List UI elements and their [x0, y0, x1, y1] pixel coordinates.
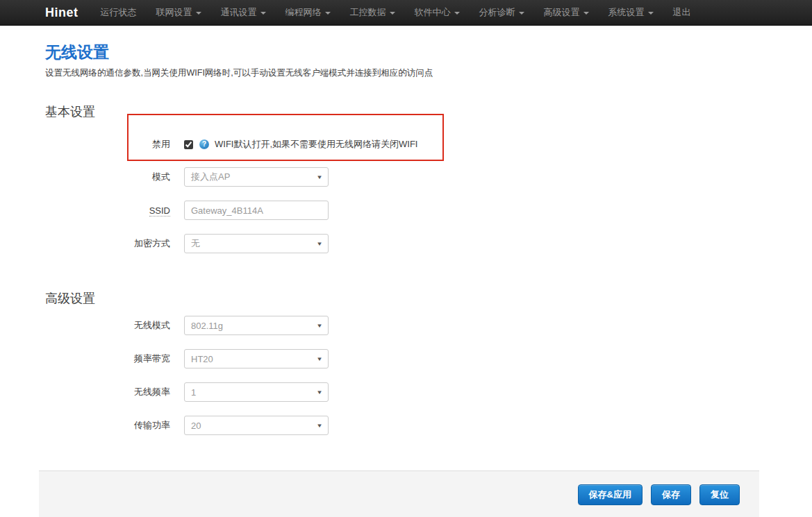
chevron-down-icon [454, 12, 460, 15]
mode-select-value: 接入点AP [191, 171, 230, 183]
disable-help-text: WIFI默认打开,如果不需要使用无线网络请关闭WIFI [215, 138, 417, 151]
nav-item-running-status[interactable]: 运行状态 [91, 0, 147, 26]
nav-item-programming-network[interactable]: 编程网络 [276, 0, 340, 26]
tx-power-select[interactable]: 20 ▼ [184, 416, 329, 435]
form-row-disable: 禁用 ? WIFI默认打开,如果不需要使用无线网络请关闭WIFI [45, 135, 812, 154]
wireless-mode-select-value: 802.11g [191, 321, 223, 331]
channel-select-value: 1 [191, 387, 196, 398]
nav-item-label: 分析诊断 [479, 6, 515, 19]
channel-select[interactable]: 1 ▼ [184, 382, 329, 402]
chevron-down-icon [519, 12, 524, 15]
form-row-encryption: 加密方式 无 ▼ [45, 234, 812, 253]
reset-button[interactable]: 复位 [699, 484, 740, 505]
top-navbar: Hinet 运行状态 联网设置 通讯设置 编程网络 工控数据 软件中心 分析诊断… [0, 0, 812, 26]
ssid-label: SSID [45, 205, 170, 216]
chevron-down-icon: ▼ [316, 241, 323, 247]
nav-item-software-center[interactable]: 软件中心 [405, 0, 470, 26]
form-row-channel: 无线频率 1 ▼ [45, 382, 812, 402]
nav-item-label: 软件中心 [415, 6, 451, 19]
chevron-down-icon: ▼ [316, 174, 323, 180]
nav-item-system-settings[interactable]: 系统设置 [599, 0, 663, 26]
nav-item-label: 通讯设置 [221, 6, 257, 19]
chevron-down-icon [260, 12, 266, 15]
nav-item-label: 退出 [673, 6, 691, 19]
save-apply-button[interactable]: 保存&应用 [578, 484, 643, 505]
tx-power-select-value: 20 [191, 421, 201, 431]
nav-item-analysis-diagnosis[interactable]: 分析诊断 [470, 0, 534, 26]
disable-checkbox[interactable] [184, 140, 193, 149]
form-row-ssid: SSID [45, 201, 812, 220]
ssid-label-text: SSID [149, 205, 170, 217]
action-footer: 保存&应用 保存 复位 [39, 471, 759, 517]
mode-label: 模式 [45, 171, 170, 183]
encryption-label: 加密方式 [45, 237, 170, 250]
section-heading-advanced: 高级设置 [45, 291, 812, 306]
encryption-select[interactable]: 无 ▼ [184, 234, 329, 253]
question-circle-icon[interactable]: ? [199, 139, 209, 149]
page-content: 无线设置 设置无线网络的通信参数,当网关使用WIFI网络时,可以手动设置无线客户… [0, 43, 812, 435]
nav-item-logout[interactable]: 退出 [663, 0, 701, 26]
chevron-down-icon [390, 12, 395, 15]
wireless-mode-label: 无线模式 [45, 319, 170, 332]
chevron-down-icon [325, 12, 331, 15]
wireless-mode-select[interactable]: 802.11g ▼ [184, 316, 329, 335]
nav-item-industrial-data[interactable]: 工控数据 [340, 0, 405, 26]
page-title: 无线设置 [45, 43, 812, 61]
nav-item-comm-settings[interactable]: 通讯设置 [211, 0, 276, 26]
save-button[interactable]: 保存 [651, 484, 691, 505]
ssid-input[interactable] [184, 201, 329, 220]
bandwidth-select[interactable]: HT20 ▼ [184, 349, 329, 368]
nav-item-label: 系统设置 [608, 6, 645, 19]
nav-item-label: 高级设置 [544, 6, 580, 19]
chevron-down-icon: ▼ [316, 356, 323, 362]
chevron-down-icon [648, 12, 654, 15]
disable-label: 禁用 [45, 138, 170, 151]
tx-power-label: 传输功率 [45, 419, 170, 432]
form-row-mode: 模式 接入点AP ▼ [45, 167, 812, 187]
channel-label: 无线频率 [45, 386, 170, 398]
form-row-wireless-mode: 无线模式 802.11g ▼ [45, 316, 812, 335]
section-heading-basic: 基本设置 [45, 105, 812, 119]
form-row-bandwidth: 频率带宽 HT20 ▼ [45, 349, 812, 368]
nav-item-label: 联网设置 [156, 6, 192, 19]
bandwidth-select-value: HT20 [191, 354, 213, 364]
nav-item-label: 编程网络 [285, 6, 322, 19]
form-row-tx-power: 传输功率 20 ▼ [45, 416, 812, 435]
page-description: 设置无线网络的通信参数,当网关使用WIFI网络时,可以手动设置无线客户端模式并连… [45, 67, 812, 78]
chevron-down-icon: ▼ [316, 389, 323, 396]
nav-item-label: 运行状态 [101, 6, 137, 19]
mode-select[interactable]: 接入点AP ▼ [184, 167, 329, 187]
encryption-select-value: 无 [191, 237, 200, 250]
nav-item-advanced-settings[interactable]: 高级设置 [534, 0, 599, 26]
bandwidth-label: 频率带宽 [45, 353, 170, 365]
chevron-down-icon: ▼ [316, 423, 323, 429]
nav-item-label: 工控数据 [350, 6, 386, 19]
chevron-down-icon [196, 12, 201, 15]
annotation-highlight-box [127, 114, 444, 161]
nav-item-network-settings[interactable]: 联网设置 [147, 0, 211, 26]
chevron-down-icon: ▼ [316, 323, 323, 329]
chevron-down-icon [583, 12, 589, 15]
brand-logo[interactable]: Hinet [45, 6, 78, 20]
